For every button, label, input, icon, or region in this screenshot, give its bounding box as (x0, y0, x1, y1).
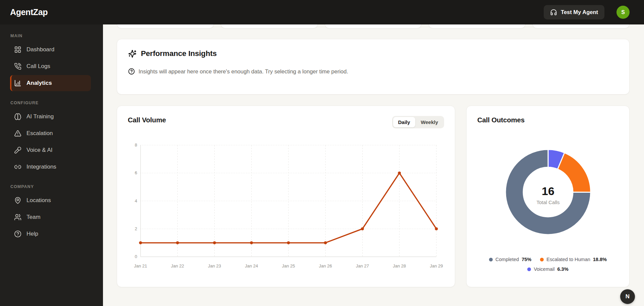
dashboard-icon (14, 46, 21, 53)
section-label-main: MAIN (10, 34, 103, 38)
svg-text:Jan 23: Jan 23 (208, 263, 221, 268)
svg-text:Jan 27: Jan 27 (356, 263, 369, 268)
sidebar-item-dashboard[interactable]: Dashboard (10, 42, 91, 58)
bar-chart-icon (14, 79, 21, 87)
legend-value: 18.8% (593, 257, 607, 262)
svg-text:2: 2 (135, 226, 137, 231)
legend-item-escalated: Escalated to Human 18.8% (540, 257, 607, 262)
legend-value: 6.3% (557, 266, 569, 272)
sidebar-section-company: COMPANY Locations Team Help (0, 184, 103, 242)
sidebar-item-analytics[interactable]: Analytics (10, 75, 91, 91)
sidebar-item-voice-ai[interactable]: Voice & AI (10, 142, 91, 158)
svg-text:6: 6 (135, 170, 137, 175)
sidebar-item-label: Analytics (26, 80, 52, 86)
call-volume-title: Call Volume (128, 116, 166, 124)
call-outcomes-card: Call Outcomes 16Total Calls Completed 75… (466, 106, 630, 287)
insights-header: Performance Insights (128, 49, 618, 58)
map-pin-icon (14, 197, 21, 204)
section-label-company: COMPANY (10, 184, 103, 189)
period-toggle: Daily Weekly (392, 116, 444, 128)
sidebar-item-help[interactable]: Help (10, 226, 91, 242)
insights-title: Performance Insights (141, 49, 217, 58)
user-avatar[interactable]: S (616, 6, 630, 19)
sidebar-section-main: MAIN Dashboard Call Logs Analytics (0, 34, 103, 91)
charts-row: Call Volume Daily Weekly 02468Jan 21Jan … (117, 106, 630, 287)
line-chart-wrap: 02468Jan 21Jan 22Jan 23Jan 24Jan 25Jan 2… (128, 136, 444, 280)
performance-insights-card: Performance Insights Insights will appea… (117, 39, 630, 95)
legend-dot (527, 267, 531, 271)
call-outcomes-title: Call Outcomes (477, 116, 619, 124)
svg-text:Jan 25: Jan 25 (282, 263, 295, 268)
sidebar-item-locations[interactable]: Locations (10, 192, 91, 208)
legend-label: Completed (495, 257, 519, 262)
app-logo: AgentZap (10, 7, 48, 17)
sidebar: MAIN Dashboard Call Logs Analytics CONFI… (0, 24, 103, 306)
sidebar-item-label: Help (26, 231, 38, 237)
svg-text:Jan 29: Jan 29 (430, 263, 443, 268)
sidebar-section-configure: CONFIGURE AI Training Escalation Voice &… (0, 101, 103, 175)
legend-dot (489, 258, 493, 261)
legend-dot (540, 258, 544, 261)
topbar: AgentZap Test My Agent S (0, 0, 644, 24)
sidebar-item-ai-training[interactable]: AI Training (10, 109, 91, 125)
help-circle-icon (14, 230, 21, 238)
sidebar-item-label: Call Logs (26, 63, 50, 70)
toggle-daily-button[interactable]: Daily (393, 117, 415, 127)
sparkles-icon (128, 50, 137, 58)
test-my-agent-button[interactable]: Test My Agent (544, 5, 604, 19)
legend-item-voicemail: Voicemail 6.3% (527, 266, 568, 272)
donut-wrap: 16Total Calls (477, 137, 619, 249)
insights-message-row: Insights will appear here once there's e… (128, 68, 618, 75)
sidebar-item-label: Escalation (26, 130, 53, 137)
svg-text:16: 16 (542, 185, 554, 197)
legend-label: Escalated to Human (546, 257, 590, 262)
call-volume-line-chart: 02468Jan 21Jan 22Jan 23Jan 24Jan 25Jan 2… (128, 136, 445, 279)
toggle-weekly-button[interactable]: Weekly (416, 117, 443, 127)
svg-text:Jan 28: Jan 28 (393, 263, 406, 268)
alert-triangle-icon (14, 130, 21, 137)
sidebar-item-label: Locations (26, 197, 51, 204)
sidebar-item-team[interactable]: Team (10, 209, 91, 225)
link-icon (14, 163, 21, 171)
svg-text:4: 4 (135, 198, 137, 203)
svg-text:Total Calls: Total Calls (536, 199, 559, 205)
help-circle-icon (128, 68, 135, 75)
floating-n-button[interactable]: N (620, 289, 635, 304)
section-label-configure: CONFIGURE (10, 101, 103, 105)
main-content: Performance Insights Insights will appea… (103, 24, 644, 306)
app-viewport: AgentZap Test My Agent S MAIN Dashboard … (0, 0, 644, 306)
svg-text:Jan 26: Jan 26 (319, 263, 332, 268)
phone-icon (14, 63, 21, 70)
sidebar-item-label: Voice & AI (26, 147, 53, 154)
svg-text:Jan 24: Jan 24 (245, 263, 258, 268)
sidebar-item-label: Dashboard (26, 46, 54, 53)
svg-text:Jan 21: Jan 21 (134, 263, 147, 268)
insights-message: Insights will appear here once there's e… (139, 68, 348, 75)
sidebar-item-escalation[interactable]: Escalation (10, 125, 91, 141)
call-volume-card: Call Volume Daily Weekly 02468Jan 21Jan … (117, 106, 455, 287)
call-volume-header: Call Volume Daily Weekly (128, 116, 444, 128)
users-icon (14, 213, 21, 221)
sidebar-item-call-logs[interactable]: Call Logs (10, 58, 91, 74)
headset-icon (550, 9, 557, 16)
brain-icon (14, 113, 21, 120)
sidebar-item-label: Team (26, 214, 41, 221)
sidebar-item-label: AI Training (26, 113, 54, 120)
svg-text:0: 0 (135, 254, 137, 259)
microphone-icon (14, 146, 21, 154)
svg-text:Jan 22: Jan 22 (171, 263, 184, 268)
legend-value: 75% (522, 257, 531, 262)
donut-legend: Completed 75% Escalated to Human 18.8% V… (477, 257, 619, 272)
legend-item-completed: Completed 75% (489, 257, 531, 262)
sidebar-item-label: Integrations (26, 164, 56, 170)
test-my-agent-label: Test My Agent (561, 9, 598, 15)
topbar-right: Test My Agent S (544, 5, 630, 19)
call-outcomes-donut-chart: 16Total Calls (477, 137, 619, 248)
sidebar-item-integrations[interactable]: Integrations (10, 159, 91, 175)
legend-label: Voicemail (534, 266, 554, 272)
svg-text:8: 8 (135, 142, 137, 147)
